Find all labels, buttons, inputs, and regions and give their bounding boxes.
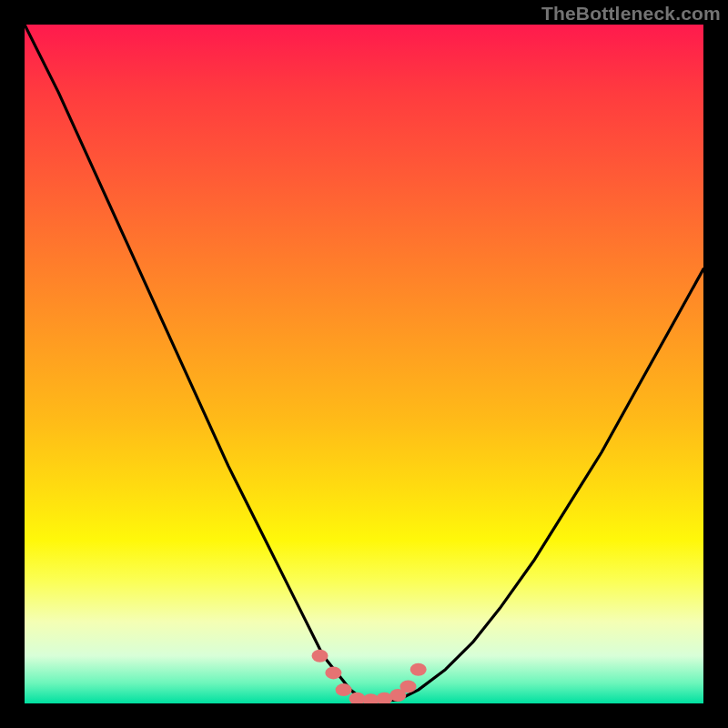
chart-frame: TheBottleneck.com xyxy=(0,0,728,728)
curve-marker xyxy=(325,666,341,679)
bottleneck-curve xyxy=(25,25,703,703)
curve-marker xyxy=(400,680,417,693)
curve-marker xyxy=(336,683,352,696)
curve-marker xyxy=(410,663,427,676)
plot-area xyxy=(25,25,703,703)
curve-marker xyxy=(312,650,329,662)
watermark-text: TheBottleneck.com xyxy=(541,3,721,25)
curve-marker xyxy=(349,693,366,703)
curve-line xyxy=(25,25,703,700)
